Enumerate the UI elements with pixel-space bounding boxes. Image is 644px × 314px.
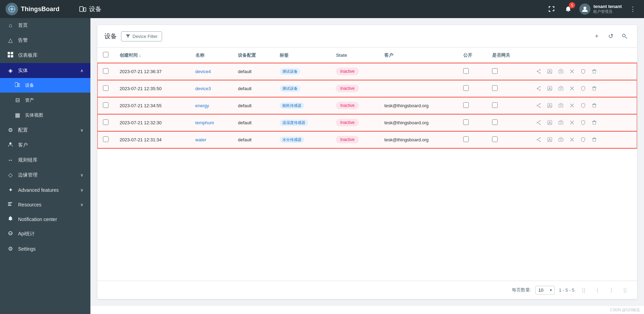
security-btn[interactable] <box>578 101 588 110</box>
cell-tag: 能耗传感器 <box>274 97 330 114</box>
sidebar-item-edge[interactable]: ◇ 边缘管理 ∨ <box>0 167 90 182</box>
sidebar-item-alerts[interactable]: △ 告警 <box>0 33 90 48</box>
gateway-checkbox[interactable] <box>492 119 498 125</box>
sidebar-item-api[interactable]: API Api统计 <box>0 227 90 241</box>
more-menu-btn[interactable]: ⋮ <box>627 3 638 15</box>
rulechain-icon: ↔ <box>7 157 14 163</box>
cell-state: Inactive <box>330 97 379 114</box>
fullscreen-btn[interactable] <box>546 3 557 15</box>
unassign-btn[interactable] <box>567 66 577 76</box>
sidebar-item-home[interactable]: ⌂ 首页 <box>0 18 90 33</box>
svg-rect-77 <box>593 138 595 138</box>
unassign-btn[interactable] <box>567 101 577 110</box>
sidebar-item-advanced[interactable]: ✦ Advanced features ∨ <box>0 182 90 197</box>
sidebar-item-notification[interactable]: Notification center <box>0 212 90 227</box>
sidebar-item-dashboards-label: 仪表板库 <box>18 52 83 58</box>
gateway-checkbox[interactable] <box>492 85 498 91</box>
row-checkbox[interactable] <box>103 119 108 125</box>
row-checkbox[interactable] <box>103 102 108 108</box>
share-btn[interactable] <box>534 101 544 110</box>
entity-view-icon: ▦ <box>14 112 21 118</box>
gateway-checkbox[interactable] <box>492 68 498 74</box>
sidebar-item-config[interactable]: ⚙ 配置 ∨ <box>0 123 90 138</box>
public-checkbox[interactable] <box>463 102 469 108</box>
sidebar-item-assets[interactable]: ⊟ 资产 <box>0 93 90 108</box>
svg-rect-9 <box>8 52 10 54</box>
public-checkbox[interactable] <box>463 136 469 142</box>
credentials-btn[interactable] <box>556 135 566 144</box>
svg-point-21 <box>622 34 625 37</box>
unassign-btn[interactable] <box>567 84 577 93</box>
row-checkbox[interactable] <box>103 85 108 91</box>
share-btn[interactable] <box>534 84 544 93</box>
sidebar-item-resources-label: Resources <box>18 202 76 207</box>
user-role: 租户管理员 <box>593 9 622 14</box>
last-page-btn[interactable]: |⟩ <box>620 285 630 295</box>
credentials-btn[interactable] <box>556 84 566 93</box>
assign-btn[interactable] <box>545 66 555 76</box>
cell-state: Inactive <box>330 114 379 131</box>
row-checkbox[interactable] <box>103 136 108 142</box>
svg-point-8 <box>583 7 586 9</box>
delete-btn[interactable] <box>589 66 599 76</box>
pagination-bar: 每页数量: 10 20 50 100 ▼ 1 - 5 - 5 ⟨| ⟨ ⟩ <box>97 281 637 299</box>
sidebar-item-dashboards[interactable]: 仪表板库 <box>0 48 90 63</box>
cell-customer: tesk@thingsboard.org <box>379 131 458 148</box>
prev-page-btn[interactable]: ⟨ <box>593 285 602 295</box>
unassign-btn[interactable] <box>567 135 577 144</box>
assign-btn[interactable] <box>545 84 555 93</box>
gateway-checkbox[interactable] <box>492 102 498 108</box>
next-page-btn[interactable]: ⟩ <box>606 285 616 295</box>
sidebar-item-notification-label: Notification center <box>18 217 83 222</box>
delete-btn[interactable] <box>589 84 599 93</box>
table-row: 2023-07-21 12:32:30 temphum default 温湿度传… <box>97 114 637 131</box>
col-customer: 客户 <box>379 48 458 63</box>
page-header-title: 设备 <box>79 5 542 13</box>
row-checkbox[interactable] <box>103 68 108 74</box>
cell-gateway <box>486 131 528 148</box>
public-checkbox[interactable] <box>463 85 469 91</box>
sidebar-item-customers[interactable]: 客户 <box>0 138 90 153</box>
assign-btn[interactable] <box>545 101 555 110</box>
delete-btn[interactable] <box>589 101 599 110</box>
sidebar-item-settings[interactable]: ⚙ Settings <box>0 241 90 256</box>
cell-gateway <box>486 97 528 114</box>
share-btn[interactable] <box>534 66 544 76</box>
device-filter-btn[interactable]: Device Filter <box>121 31 162 41</box>
credentials-btn[interactable] <box>556 101 566 110</box>
assign-btn[interactable] <box>545 118 555 127</box>
search-btn[interactable] <box>619 31 630 42</box>
sidebar-item-entity-view[interactable]: ▦ 实体视图 <box>0 108 90 123</box>
cell-customer <box>379 80 458 97</box>
credentials-btn[interactable] <box>556 66 566 76</box>
security-btn[interactable] <box>578 118 588 127</box>
user-menu[interactable]: tenant tenant 租户管理员 <box>579 3 622 15</box>
public-checkbox[interactable] <box>463 119 469 125</box>
watermark: CSDN @520独花 <box>90 306 644 314</box>
share-btn[interactable] <box>534 118 544 127</box>
svg-line-38 <box>537 88 540 90</box>
public-checkbox[interactable] <box>463 68 469 74</box>
share-btn[interactable] <box>534 135 544 144</box>
sidebar-item-rulechain[interactable]: ↔ 规则链库 <box>0 153 90 167</box>
first-page-btn[interactable]: ⟨| <box>579 285 588 295</box>
delete-btn[interactable] <box>589 135 599 144</box>
sidebar-item-entities[interactable]: ◈ 实体 ∧ <box>0 63 90 78</box>
sidebar-item-resources[interactable]: Resources ∨ <box>0 197 90 212</box>
credentials-btn[interactable] <box>556 118 566 127</box>
security-btn[interactable] <box>578 84 588 93</box>
security-btn[interactable] <box>578 66 588 76</box>
per-page-select[interactable]: 10 20 50 100 <box>535 286 555 295</box>
unassign-btn[interactable] <box>567 118 577 127</box>
sidebar-item-devices[interactable]: 设备 <box>0 78 90 93</box>
add-device-btn[interactable]: + <box>591 31 602 42</box>
svg-rect-18 <box>8 205 11 206</box>
select-all-checkbox[interactable] <box>103 52 108 57</box>
assign-btn[interactable] <box>545 135 555 144</box>
delete-btn[interactable] <box>589 118 599 127</box>
security-btn[interactable] <box>578 135 588 144</box>
refresh-btn[interactable]: ↺ <box>605 31 616 42</box>
svg-point-75 <box>560 140 561 141</box>
notification-btn[interactable]: 5 <box>563 3 574 15</box>
gateway-checkbox[interactable] <box>492 136 498 142</box>
